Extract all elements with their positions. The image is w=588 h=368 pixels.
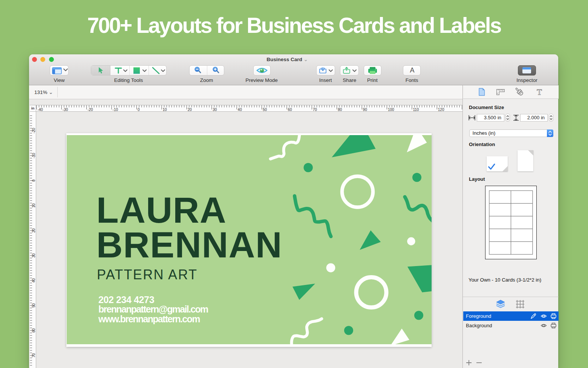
svg-text:T: T <box>537 87 542 97</box>
